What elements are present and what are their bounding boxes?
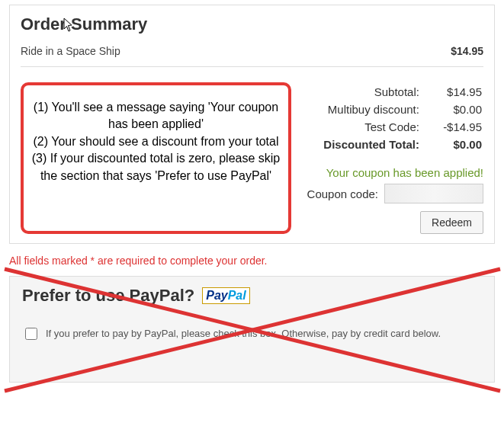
order-summary-title: Order Summary <box>21 14 483 34</box>
order-summary-panel: Order Summary Ride in a Space Ship $14.9… <box>9 5 495 244</box>
multibuy-label: Multibuy discount: <box>303 101 435 117</box>
coupon-code-label: Coupon code: <box>307 187 378 200</box>
table-row: Test Code: -$14.95 <box>303 119 482 135</box>
summary-table: Subtotal: $14.95 Multibuy discount: $0.0… <box>302 82 483 154</box>
multibuy-value: $0.00 <box>436 101 482 117</box>
required-fields-note: All fields marked * are required to comp… <box>9 255 504 267</box>
table-row: Multibuy discount: $0.00 <box>303 101 482 117</box>
redeem-button[interactable]: Redeem <box>420 211 483 234</box>
paypal-checkbox-label: If you prefer to pay by PayPal, please c… <box>46 327 441 341</box>
testcode-label: Test Code: <box>303 119 435 135</box>
testcode-value: -$14.95 <box>436 119 482 135</box>
subtotal-value: $14.95 <box>436 84 482 100</box>
line-item-row: Ride in a Space Ship $14.95 <box>21 43 483 67</box>
paypal-checkbox[interactable] <box>25 328 37 340</box>
summary-column: Subtotal: $14.95 Multibuy discount: $0.0… <box>291 82 483 234</box>
callout-line-3: (3) If your discounted total is zero, pl… <box>31 150 281 184</box>
paypal-checkbox-row[interactable]: If you prefer to pay by PayPal, please c… <box>22 327 482 342</box>
discounted-total-value: $0.00 <box>436 136 482 152</box>
paypal-logo-icon: PayPal <box>202 287 249 304</box>
discounted-total-label: Discounted Total: <box>303 136 435 152</box>
callout-line-2: (2) Your should see a discount from your… <box>31 133 281 150</box>
line-item-price: $14.95 <box>451 45 483 57</box>
subtotal-label: Subtotal: <box>303 84 435 100</box>
paypal-heading-text: Prefer to use PayPal? <box>22 286 194 306</box>
coupon-code-input[interactable] <box>384 184 483 203</box>
instruction-callout: (1) You'll see a message saying 'Your co… <box>21 82 291 234</box>
paypal-section: Prefer to use PayPal? PayPal If you pref… <box>9 276 495 383</box>
coupon-applied-message: Your coupon has been applied! <box>302 166 483 179</box>
table-row: Subtotal: $14.95 <box>303 84 482 100</box>
table-row: Discounted Total: $0.00 <box>303 136 482 152</box>
line-item-name: Ride in a Space Ship <box>21 45 120 57</box>
callout-line-1: (1) You'll see a message saying 'Your co… <box>31 99 281 133</box>
